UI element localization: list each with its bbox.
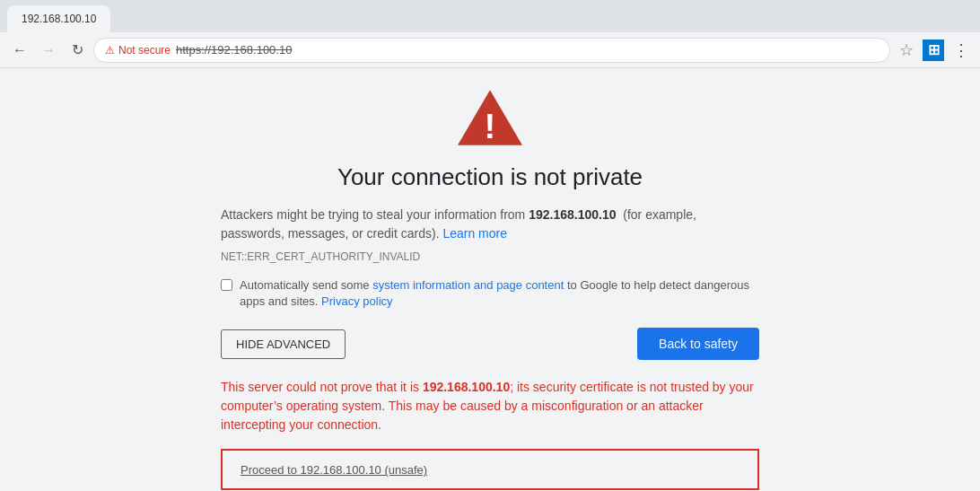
advanced-text-before-bold: This server could not prove that it is [221, 380, 423, 394]
bookmark-button[interactable]: ☆ [894, 38, 919, 63]
bold-ip: 192.168.100.10 [529, 207, 616, 222]
menu-button[interactable]: ⋮ [948, 38, 973, 63]
description-before-bold: Attackers might be trying to steal your … [221, 207, 529, 222]
bookmark-icon: ☆ [899, 40, 914, 60]
security-label: Not secure [118, 44, 171, 57]
warning-triangle-icon: ! [454, 86, 526, 149]
send-info-checkbox[interactable] [221, 279, 232, 291]
back-button[interactable]: ← [7, 38, 32, 63]
forward-button[interactable]: → [36, 38, 61, 63]
checkbox-text-before-link: Automatically send some [240, 278, 372, 292]
error-code: NET::ERR_CERT_AUTHORITY_INVALID [221, 250, 759, 263]
checkbox-row: Automatically send some system informati… [221, 277, 759, 310]
proceed-box[interactable]: Proceed to 192.168.100.10 (unsafe) [221, 449, 759, 490]
learn-more-link[interactable]: Learn more [442, 226, 507, 241]
toolbar: ← → ↻ ⚠ Not secure https://192.168.100.1… [0, 32, 980, 68]
toolbar-right: ☆ ⊞ ⋮ [894, 38, 973, 63]
address-bar[interactable]: ⚠ Not secure https://192.168.100.10 [93, 38, 890, 63]
active-tab[interactable]: 192.168.100.10 [7, 5, 110, 32]
page-content: ! Your connection is not private Attacke… [0, 68, 980, 491]
description-block: Attackers might be trying to steal your … [221, 206, 759, 243]
security-indicator: ⚠ Not secure [105, 44, 171, 57]
advanced-info-block: This server could not prove that it is 1… [221, 378, 759, 434]
back-to-safety-button[interactable]: Back to safety [637, 328, 759, 360]
menu-icon: ⋮ [953, 40, 968, 60]
proceed-link[interactable]: Proceed to 192.168.100.10 (unsafe) [241, 463, 427, 477]
warning-icon: ⚠ [105, 44, 115, 57]
system-info-link[interactable]: system information and page content [372, 278, 564, 292]
svg-text:!: ! [485, 107, 496, 145]
privacy-policy-link[interactable]: Privacy policy [321, 294, 392, 308]
checkbox-text: Automatically send some system informati… [240, 277, 759, 310]
url-text: https://192.168.100.10 [176, 43, 292, 57]
windows-button[interactable]: ⊞ [921, 38, 946, 63]
tab-title: 192.168.100.10 [22, 13, 96, 25]
button-row: HIDE ADVANCED Back to safety [221, 328, 759, 360]
windows-icon: ⊞ [923, 39, 944, 61]
browser-window: 192.168.100.10 ← → ↻ ⚠ Not secure https:… [0, 0, 980, 68]
tab-bar: 192.168.100.10 [0, 0, 980, 32]
advanced-bold-ip: 192.168.100.10 [423, 380, 510, 394]
hide-advanced-button[interactable]: HIDE ADVANCED [221, 329, 346, 359]
reload-button[interactable]: ↻ [65, 38, 90, 63]
main-heading: Your connection is not private [337, 163, 643, 191]
